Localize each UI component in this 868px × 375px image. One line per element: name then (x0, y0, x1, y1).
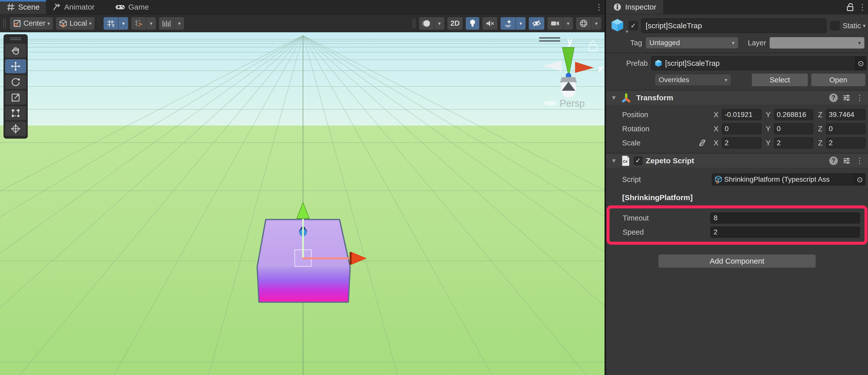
camera-icon[interactable] (547, 17, 563, 30)
tag-dropdown[interactable]: Untagged ▾ (646, 37, 738, 49)
scene-panel-menu-icon[interactable]: ⋮ (593, 0, 604, 14)
gizmos-sphere-icon[interactable] (576, 17, 591, 30)
camera-caret[interactable]: ▾ (563, 17, 573, 30)
link-off-icon[interactable] (698, 138, 707, 147)
effects-sparkle-icon[interactable] (500, 17, 516, 30)
grid-axis-letter: Y (112, 24, 115, 28)
camera-split-button[interactable]: ▾ (547, 17, 573, 30)
increment-snap-caret[interactable]: ▾ (174, 17, 184, 30)
increment-snap-split-button[interactable]: ▾ (159, 17, 184, 30)
position-z-field[interactable]: 39.7464 (826, 109, 866, 120)
rotation-z-field[interactable]: 0 (826, 123, 866, 134)
rotate-tool-button[interactable] (5, 75, 26, 89)
inspector-lock-button[interactable] (843, 0, 857, 14)
transform-tool-button[interactable] (5, 122, 26, 136)
transform-body: Position X -0.01921 Y 0.268816 Z 39.7464… (606, 105, 868, 153)
scale-tool-button[interactable] (5, 90, 26, 105)
position-y-field[interactable]: 0.268816 (774, 109, 814, 120)
transform-foldout[interactable]: ▼ (610, 94, 618, 101)
zepeto-script-foldout[interactable]: ▼ (610, 157, 618, 164)
effects-split-button[interactable]: ▾ (500, 17, 526, 30)
scene-visibility-button[interactable] (528, 17, 545, 30)
shrinking-platform-section-label: [ShrinkingPlatform] (606, 193, 868, 202)
pivot-mode-dropdown[interactable]: Center ▾ (9, 17, 53, 30)
toolbar-drag-handle-right[interactable] (412, 19, 416, 28)
tab-animator[interactable]: Animator (46, 0, 101, 14)
axis-x-label: X (712, 139, 720, 147)
rotation-row: Rotation X 0 Y 0 Z 0 (606, 123, 868, 134)
presets-icon[interactable] (841, 155, 852, 167)
zepeto-script-enabled-checkbox[interactable]: ✓ (634, 156, 642, 165)
scene-viewport[interactable]: y x Persp (0, 32, 604, 375)
layer-dropdown[interactable]: ▾ (770, 37, 865, 49)
overrides-dropdown[interactable]: Overrides ▾ (655, 74, 731, 86)
gizmos-caret[interactable]: ▾ (591, 17, 601, 30)
scale-y-field[interactable]: 2 (774, 137, 814, 148)
effects-caret[interactable]: ▾ (516, 17, 526, 30)
scale-z-field[interactable]: 2 (826, 137, 866, 148)
gizmos-split-button[interactable]: ▾ (576, 17, 601, 30)
tab-animator-label: Animator (64, 3, 94, 11)
gameobject-header: ▾ ✓ [script]ScaleTrap Static ▾ Tag Untag… (606, 15, 868, 53)
rotation-mode-dropdown[interactable]: Local ▾ (56, 17, 95, 30)
gameobject-cube-icon (610, 18, 625, 32)
snap-split-button[interactable]: ▾ (131, 17, 156, 30)
gameobject-icon-wrap[interactable]: ▾ (610, 18, 629, 33)
transform-header-icons: ? ⋮ (828, 92, 866, 104)
timeout-field[interactable]: 8 (710, 212, 860, 224)
snap-dropdown-caret[interactable]: ▾ (146, 17, 156, 30)
toolbar-drag-handle[interactable] (3, 19, 7, 28)
gizmo-x-arrow-base (350, 252, 352, 265)
projection-mode-label[interactable]: Persp (560, 98, 585, 109)
view-hand-tool-button[interactable] (5, 44, 26, 58)
snap-magnet-icon[interactable] (131, 17, 146, 30)
prefab-select-button[interactable]: Select (752, 73, 808, 86)
overrides-caret: ▾ (725, 77, 727, 83)
tab-scene[interactable]: Scene (0, 0, 46, 14)
static-checkbox[interactable] (831, 21, 840, 30)
prefab-object-field[interactable]: [script]ScaleTrap ⊙ (651, 56, 867, 70)
scale-icon (10, 92, 21, 103)
2d-toggle-button[interactable]: 2D (447, 17, 463, 30)
grid-visibility-split-button[interactable]: Y ▾ (103, 17, 128, 30)
palette-drag-handle[interactable] (10, 37, 21, 40)
increment-snap-ruler-icon[interactable] (159, 17, 174, 30)
scale-x-field[interactable]: 2 (722, 137, 762, 148)
audio-toggle-button[interactable] (482, 17, 498, 30)
icon-select-caret[interactable]: ▾ (626, 28, 628, 34)
gameobject-name-field[interactable]: [script]ScaleTrap (641, 19, 827, 33)
component-menu-icon[interactable]: ⋮ (854, 92, 866, 104)
component-menu-icon[interactable]: ⋮ (854, 155, 866, 167)
presets-icon[interactable] (841, 92, 852, 104)
lighting-toggle-button[interactable] (465, 17, 479, 30)
static-label: Static (842, 22, 861, 30)
transform-header[interactable]: ▼ Transform ? ⋮ (606, 90, 868, 105)
draw-mode-caret[interactable]: ▾ (434, 17, 444, 30)
gameobject-enabled-checkbox[interactable]: ✓ (629, 21, 638, 30)
script-object-field[interactable]: {} ShrinkingPlatform (Typescript Ass ⊙ (712, 173, 866, 185)
shaded-sphere-icon[interactable] (419, 17, 434, 30)
prefab-open-button[interactable]: Open (811, 73, 866, 86)
transform-tool-icon (10, 124, 21, 134)
inspector-menu-icon[interactable]: ⋮ (857, 0, 868, 14)
hand-icon (11, 46, 21, 55)
draw-mode-split-button[interactable]: ▾ (419, 17, 444, 30)
grid-visibility-icon[interactable]: Y (103, 17, 118, 30)
axis-z-label: Z (816, 111, 825, 119)
grid-dropdown-caret[interactable]: ▾ (118, 17, 128, 30)
speed-field[interactable]: 2 (710, 227, 860, 238)
help-icon[interactable]: ? (828, 155, 839, 167)
move-tool-button[interactable] (5, 59, 26, 73)
tab-game[interactable]: Game (108, 0, 155, 14)
zepeto-script-header[interactable]: ▼ C# ✓ Zepeto Script ? ⋮ (606, 153, 868, 168)
position-x-field[interactable]: -0.01921 (722, 109, 762, 120)
tab-inspector[interactable]: Inspector (606, 0, 663, 14)
prefab-picker-icon[interactable]: ⊙ (855, 56, 866, 70)
rect-tool-button[interactable] (5, 106, 26, 120)
help-icon[interactable]: ? (828, 92, 839, 104)
rotation-y-field[interactable]: 0 (774, 123, 814, 134)
script-picker-icon[interactable]: ⊙ (854, 174, 865, 185)
add-component-button[interactable]: Add Component (658, 254, 816, 268)
static-dropdown-caret[interactable]: ▾ (863, 23, 866, 29)
rotation-x-field[interactable]: 0 (722, 123, 762, 134)
